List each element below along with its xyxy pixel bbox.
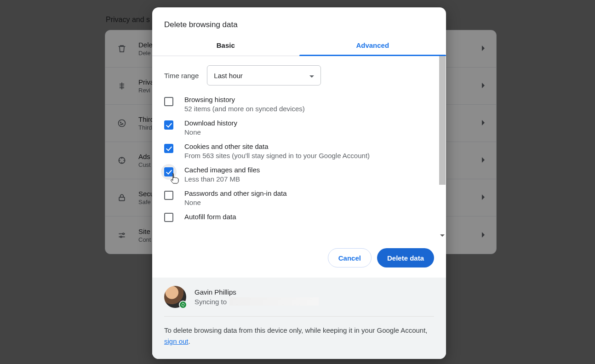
option-checkbox[interactable] [164, 167, 173, 176]
dialog-tabs: Basic Advanced [152, 37, 446, 56]
data-type-option: Download historyNone [164, 119, 434, 136]
data-type-option: Autofill form data [164, 213, 434, 222]
option-desc: 52 items (and more on synced devices) [184, 105, 305, 113]
option-title: Cached images and files [184, 166, 260, 174]
data-type-option: Cookies and other site dataFrom 563 site… [164, 142, 434, 159]
dialog-title: Delete browsing data [152, 7, 446, 37]
option-title: Download history [184, 119, 237, 127]
option-desc: From 563 sites (you'll stay signed in to… [184, 152, 370, 159]
scrollbar-thumb[interactable] [439, 56, 446, 185]
avatar [164, 286, 186, 308]
redacted-email [229, 297, 319, 306]
sync-account-row: Gavin Phillips Syncing to [164, 286, 434, 317]
option-checkbox[interactable] [164, 213, 173, 222]
data-type-option: Cached images and filesLess than 207 MB [164, 166, 434, 183]
delete-browsing-data-dialog: Delete browsing data Basic Advanced Time… [152, 7, 446, 359]
option-checkbox[interactable] [164, 191, 173, 200]
data-type-option: Browsing history52 items (and more on sy… [164, 96, 434, 113]
option-title: Cookies and other site data [184, 142, 370, 150]
scrollbar-down-icon[interactable] [439, 233, 446, 239]
option-checkbox[interactable] [164, 97, 173, 106]
option-desc: Less than 207 MB [184, 175, 260, 183]
delete-data-button[interactable]: Delete data [377, 248, 434, 267]
tab-basic[interactable]: Basic [152, 37, 299, 56]
sign-out-link[interactable]: sign out [164, 337, 189, 345]
footer-message: To delete browsing data from this device… [164, 325, 434, 347]
sync-status: Syncing to [195, 298, 227, 306]
sync-badge-icon [179, 301, 187, 309]
account-name: Gavin Phillips [195, 288, 319, 296]
time-range-label: Time range [164, 72, 199, 80]
option-checkbox[interactable] [164, 144, 173, 153]
time-range-select[interactable]: Last hour [207, 65, 321, 85]
footer-text-post: . [189, 337, 190, 345]
option-title: Passwords and other sign-in data [184, 189, 287, 197]
option-checkbox[interactable] [164, 120, 173, 130]
dropdown-icon [309, 72, 314, 80]
option-desc: None [184, 128, 237, 136]
option-desc: None [184, 199, 287, 206]
option-title: Browsing history [184, 96, 305, 103]
option-title: Autofill form data [184, 213, 236, 221]
cancel-button[interactable]: Cancel [328, 248, 372, 267]
dialog-scroll-area: Time range Last hour Browsing history52 … [152, 56, 446, 239]
tab-advanced[interactable]: Advanced [299, 37, 446, 56]
data-type-option: Passwords and other sign-in dataNone [164, 189, 434, 206]
time-range-value: Last hour [214, 72, 243, 80]
footer-text-pre: To delete browsing data from this device… [164, 326, 428, 334]
